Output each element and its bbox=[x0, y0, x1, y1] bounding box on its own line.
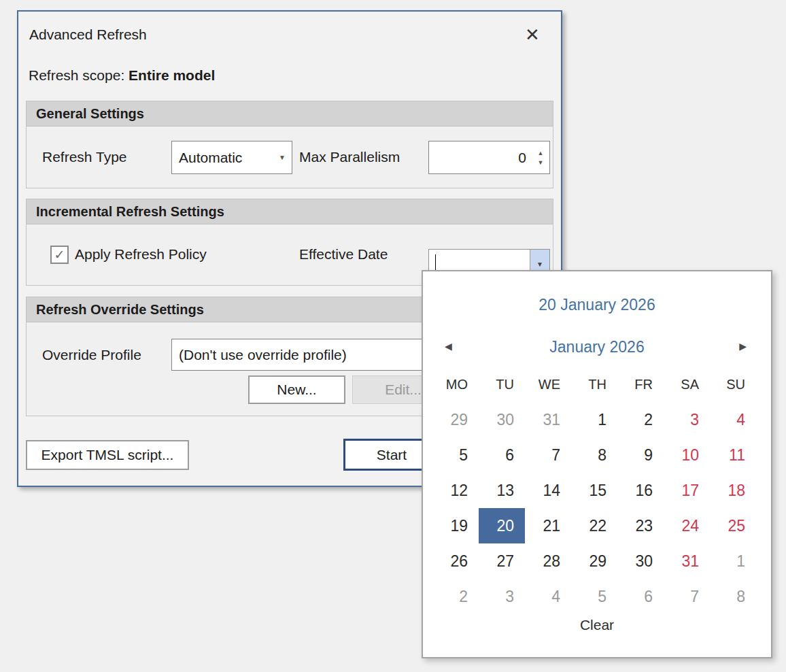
calendar-day-cell[interactable]: 25 bbox=[710, 508, 756, 543]
calendar-month-header[interactable]: January 2026 bbox=[423, 338, 771, 356]
calendar-week-row: 2627282930311 bbox=[432, 543, 756, 579]
max-parallelism-label: Max Parallelism bbox=[299, 149, 400, 165]
calendar-day-cell[interactable]: 5 bbox=[571, 579, 617, 614]
calendar-day-cell[interactable]: 4 bbox=[710, 402, 756, 437]
close-icon[interactable]: ✕ bbox=[519, 21, 546, 48]
calendar-day-header: TH bbox=[571, 371, 617, 398]
calendar-day-cell[interactable]: 29 bbox=[432, 402, 479, 437]
calendar-day-cell[interactable]: 22 bbox=[571, 508, 617, 543]
calendar-day-cell[interactable]: 2 bbox=[617, 402, 664, 437]
calendar-day-header: SU bbox=[710, 371, 756, 398]
calendar-day-cell[interactable]: 19 bbox=[432, 508, 479, 543]
refresh-type-value: Automatic bbox=[172, 150, 273, 166]
calendar-day-cell[interactable]: 9 bbox=[617, 437, 664, 473]
general-settings-group: General Settings Refresh Type Automatic … bbox=[26, 101, 553, 188]
calendar-day-header: SA bbox=[664, 371, 710, 398]
calendar-day-cell[interactable]: 31 bbox=[525, 402, 571, 437]
calendar-day-cell[interactable]: 30 bbox=[617, 543, 664, 579]
calendar-day-cell[interactable]: 20 bbox=[479, 508, 525, 543]
calendar-day-cell[interactable]: 12 bbox=[432, 473, 479, 508]
refresh-scope-line: Refresh scope: Entire model bbox=[29, 67, 215, 84]
date-picker-popup: 20 January 2026 ◀ January 2026 ▶ MOTUWET… bbox=[422, 270, 772, 658]
chevron-down-icon: ▼ bbox=[536, 261, 543, 268]
calendar-day-cell[interactable]: 27 bbox=[479, 543, 525, 579]
arrow-down-icon[interactable]: ▼ bbox=[532, 160, 549, 165]
calendar-day-cell[interactable]: 21 bbox=[525, 508, 571, 543]
general-settings-body: Refresh Type Automatic ▼ Max Parallelism… bbox=[27, 127, 553, 188]
calendar-day-cell[interactable]: 2 bbox=[432, 579, 479, 614]
dialog-title: Advanced Refresh bbox=[29, 27, 147, 43]
refresh-scope-value: Entire model bbox=[129, 67, 215, 83]
calendar-day-header: FR bbox=[617, 371, 664, 398]
general-settings-header: General Settings bbox=[27, 101, 553, 127]
calendar-day-cell[interactable]: 30 bbox=[479, 402, 525, 437]
calendar-day-cell[interactable]: 14 bbox=[525, 473, 571, 508]
apply-refresh-policy-label: Apply Refresh Policy bbox=[75, 246, 207, 263]
calendar-nav: ◀ January 2026 ▶ bbox=[423, 338, 771, 358]
refresh-scope-label: Refresh scope: bbox=[29, 67, 129, 83]
calendar-day-cell[interactable]: 17 bbox=[664, 473, 710, 508]
incremental-refresh-header: Incremental Refresh Settings bbox=[27, 199, 553, 224]
calendar-week-row: 12131415161718 bbox=[432, 473, 756, 508]
apply-refresh-policy-checkbox[interactable]: ✓ bbox=[50, 246, 69, 264]
max-parallelism-stepper[interactable]: 0 ▲▼ bbox=[428, 141, 550, 174]
calendar-day-cell[interactable]: 1 bbox=[710, 543, 756, 579]
export-tmsl-button[interactable]: Export TMSL script... bbox=[26, 440, 189, 470]
calendar-selected-date-header[interactable]: 20 January 2026 bbox=[423, 296, 771, 314]
calendar-day-cell[interactable]: 23 bbox=[617, 508, 664, 543]
calendar-day-headers: MOTUWETHFRSASU bbox=[432, 371, 756, 398]
max-parallelism-value: 0 bbox=[429, 141, 532, 173]
calendar-day-header: TU bbox=[479, 371, 525, 398]
calendar-day-cell[interactable]: 16 bbox=[617, 473, 664, 508]
refresh-type-label: Refresh Type bbox=[42, 149, 127, 165]
chevron-down-icon: ▼ bbox=[273, 154, 292, 161]
calendar-day-cell[interactable]: 8 bbox=[710, 579, 756, 614]
calendar-day-header: WE bbox=[525, 371, 571, 398]
calendar-week-row: 567891011 bbox=[432, 437, 756, 473]
calendar-day-cell[interactable]: 7 bbox=[525, 437, 571, 473]
calendar-day-cell[interactable]: 6 bbox=[617, 579, 664, 614]
refresh-type-select[interactable]: Automatic ▼ bbox=[171, 141, 292, 174]
calendar-day-cell[interactable]: 28 bbox=[525, 543, 571, 579]
calendar-day-cell[interactable]: 29 bbox=[571, 543, 617, 579]
calendar-day-cell[interactable]: 3 bbox=[479, 579, 525, 614]
calendar-day-header: MO bbox=[432, 371, 479, 398]
new-button[interactable]: New... bbox=[248, 375, 345, 404]
calendar-week-row: 2345678 bbox=[432, 579, 756, 614]
next-month-icon[interactable]: ▶ bbox=[739, 341, 747, 352]
calendar-day-cell[interactable]: 13 bbox=[479, 473, 525, 508]
calendar-grid: 2930311234567891011121314151617181920212… bbox=[432, 402, 756, 614]
effective-date-label: Effective Date bbox=[299, 246, 388, 263]
calendar-day-cell[interactable]: 1 bbox=[571, 402, 617, 437]
calendar-day-cell[interactable]: 15 bbox=[571, 473, 617, 508]
calendar-day-cell[interactable]: 31 bbox=[664, 543, 710, 579]
calendar-day-cell[interactable]: 7 bbox=[664, 579, 710, 614]
calendar-day-cell[interactable]: 26 bbox=[432, 543, 479, 579]
checkmark-icon: ✓ bbox=[54, 247, 65, 263]
calendar-day-cell[interactable]: 18 bbox=[710, 473, 756, 508]
calendar-week-row: 2930311234 bbox=[432, 402, 756, 437]
calendar-clear-button[interactable]: Clear bbox=[423, 617, 771, 633]
calendar-day-cell[interactable]: 5 bbox=[432, 437, 479, 473]
calendar-day-cell[interactable]: 10 bbox=[664, 437, 710, 473]
calendar-day-cell[interactable]: 8 bbox=[571, 437, 617, 473]
stepper-arrows[interactable]: ▲▼ bbox=[532, 141, 549, 173]
calendar-day-cell[interactable]: 6 bbox=[479, 437, 525, 473]
calendar-week-row: 19202122232425 bbox=[432, 508, 756, 543]
screen: Advanced Refresh ✕ Refresh scope: Entire… bbox=[0, 0, 786, 672]
calendar-day-cell[interactable]: 11 bbox=[710, 437, 756, 473]
calendar-day-cell[interactable]: 24 bbox=[664, 508, 710, 543]
calendar-day-cell[interactable]: 3 bbox=[664, 402, 710, 437]
override-profile-label: Override Profile bbox=[42, 347, 141, 363]
arrow-up-icon[interactable]: ▲ bbox=[532, 150, 549, 156]
calendar-day-cell[interactable]: 4 bbox=[525, 579, 571, 614]
